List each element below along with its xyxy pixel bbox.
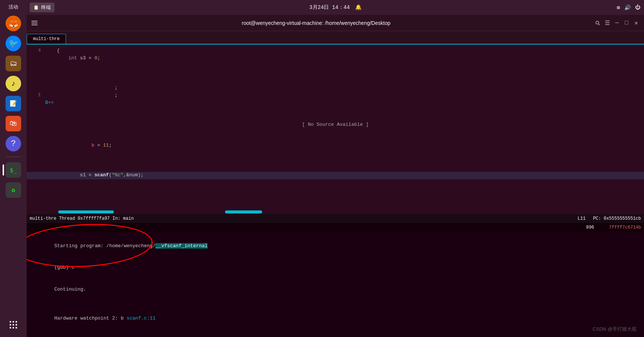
terminal-text-label: 终端 (41, 4, 51, 11)
code-line-empty2 (27, 70, 644, 77)
thread-info: multi-thre Thread 0x7ffff7fa97 In: main (30, 216, 134, 221)
svg-rect-5 (16, 324, 17, 325)
svg-rect-11 (32, 24, 37, 25)
code-area: 4 { int s3 = 0; (27, 45, 644, 210)
taskbar-item-help[interactable]: ? (5, 135, 22, 152)
system-topbar: 📋 终端 3月24日 14：44 🔔 ⊞ 🔊 ⏻ (27, 0, 644, 15)
address-value: 7ffff7c6714b (609, 225, 641, 230)
terminal-titlebar: root@wenyecheng-virtual-machine: /home/w… (27, 15, 644, 31)
maximize-button[interactable]: □ (623, 20, 630, 26)
status-bar-top: multi-thre Thread 0x7ffff7fa97 In: main … (27, 214, 644, 223)
svg-rect-6 (10, 327, 11, 328)
recycle-icon: ♻ (6, 182, 21, 198)
output-line-2: (gdb) c (31, 257, 640, 279)
hamburger-menu-button[interactable]: ☰ (604, 20, 611, 26)
writer-icon: 📝 (6, 96, 21, 111)
minimize-button[interactable]: ─ (614, 20, 620, 26)
bplus-content: B+> (45, 100, 644, 107)
taskbar-item-thunderbird[interactable]: 🐦 (5, 35, 22, 52)
no-source-text: [ No Source Available ] (295, 114, 376, 135)
terminal-topbar-label[interactable]: 📋 终端 (30, 3, 55, 12)
tab-bar: multi-thre (27, 31, 644, 45)
svg-rect-7 (13, 327, 14, 328)
taskbar-item-rhythmbox[interactable]: ♪ (5, 75, 22, 92)
taskbar-item-writer[interactable]: 📝 (5, 95, 22, 112)
thunderbird-icon: 🐦 (6, 36, 21, 51)
output-line-4 (31, 300, 640, 308)
taskbar-item-terminal[interactable]: $_ (5, 161, 22, 179)
output-line-5: Hardware watchpoint 2: b scanf.c:11 (31, 307, 640, 329)
apps-grid-button[interactable] (6, 317, 21, 333)
scroll-area (27, 210, 644, 214)
pc-indicator: PC: 0x5555555551cb (593, 216, 641, 221)
topbar-right-area: ⊞ 🔊 ⏻ (617, 4, 640, 11)
line-count: 896 (586, 225, 594, 230)
code-line-int: int s3 = 0; (27, 55, 644, 62)
highlighted-text: __vfscanf_internal (155, 243, 207, 249)
rhythmbox-icon: ♪ (6, 76, 21, 91)
svg-rect-4 (13, 324, 14, 325)
scrollbar-left[interactable] (58, 210, 114, 213)
terminal-taskbar-icon: $_ (6, 162, 21, 178)
code-line-empty1 (27, 62, 644, 70)
apps-grid-icon (6, 317, 21, 333)
svg-rect-3 (10, 324, 11, 325)
no-source-line: [ No Source Available ] (27, 107, 644, 142)
svg-rect-0 (10, 321, 11, 323)
scanf-ref: scanf.c:11 (126, 315, 155, 321)
tab-multithre[interactable]: multi-thre (27, 34, 66, 44)
terminal-menu-icon[interactable] (31, 20, 38, 26)
search-button[interactable] (594, 20, 601, 26)
line-content-int: int s3 = 0; (45, 55, 644, 62)
line-num-4: 4 (27, 48, 45, 55)
taskbar-item-appstore[interactable]: 🛍 (5, 115, 22, 132)
code-line-1: 1 ; (27, 92, 644, 99)
help-icon: ? (6, 136, 21, 151)
taskbar-item-files[interactable]: 🗂 (5, 55, 22, 72)
line-content-4: { (45, 48, 644, 55)
terminal-window: root@wenyecheng-virtual-machine: /home/w… (27, 15, 644, 337)
taskbar-divider (6, 157, 21, 157)
appstore-icon: 🛍 (6, 116, 21, 131)
status-bottom-right: 896 7ffff7c6714b (586, 225, 641, 230)
firefox-icon: 🦊 (6, 16, 21, 31)
code-line-empty5 (27, 157, 644, 164)
volume-icon[interactable]: 🔊 (624, 4, 631, 11)
svg-rect-10 (32, 23, 37, 23)
system-clock: 3月24日 14：44 🔔 (309, 4, 361, 11)
svg-rect-1 (13, 321, 14, 323)
svg-point-12 (596, 21, 599, 24)
activities-label[interactable]: 活动 (9, 4, 18, 10)
code-line-empty3 (27, 77, 644, 85)
code-line-bplus: B+> (27, 99, 644, 107)
terminal-window-controls: ☰ ─ □ ✕ (594, 20, 640, 26)
output-line-6 (31, 329, 640, 337)
terminal-title-text: root@wenyecheng-virtual-machine: /home/w… (38, 20, 594, 26)
line-indicator: L11 (578, 216, 586, 221)
power-icon[interactable]: ⏻ (635, 4, 640, 10)
output-line-1: Starting program: /home/wenyecheng/__vfs… (31, 235, 640, 257)
watermark: CSDN @手打猪大屁 (592, 326, 637, 333)
svg-rect-2 (16, 321, 17, 323)
close-button[interactable]: ✕ (633, 20, 640, 26)
scrollbar-right[interactable] (225, 210, 262, 213)
bell-icon: 🔔 (355, 4, 361, 10)
files-icon: 🗂 (6, 56, 21, 71)
line-num-1: 1 (27, 92, 45, 99)
hw-watchpoint-text: Hardware watchpoint 2: b (54, 315, 126, 321)
status-right: L11 PC: 0x5555555551cb (578, 216, 641, 221)
line-num-blank1 (27, 55, 45, 62)
code-line-semi1: ; (27, 85, 644, 92)
network-icon[interactable]: ⊞ (617, 4, 620, 11)
terminal-body: 4 { int s3 = 0; (27, 45, 644, 337)
svg-rect-9 (32, 21, 37, 22)
terminal-output-area[interactable]: Starting program: /home/wenyecheng/__vfs… (27, 232, 644, 337)
taskbar-item-firefox[interactable]: 🦊 (5, 15, 22, 32)
taskbar-item-recycle[interactable]: ♻ (5, 181, 22, 199)
code-line-scanf: s1 = scanf("%c",&num); (27, 172, 644, 179)
taskbar: 活动 🦊 🐦 🗂 ♪ 📝 🛍 ? $_ ♻ (0, 0, 27, 337)
output-line-3: Continuing. (31, 278, 640, 300)
starting-label: Starting program: /home/wenyecheng/ (54, 243, 155, 249)
code-line-empty4 (27, 150, 644, 157)
code-line-b: b = 11; (27, 142, 644, 150)
